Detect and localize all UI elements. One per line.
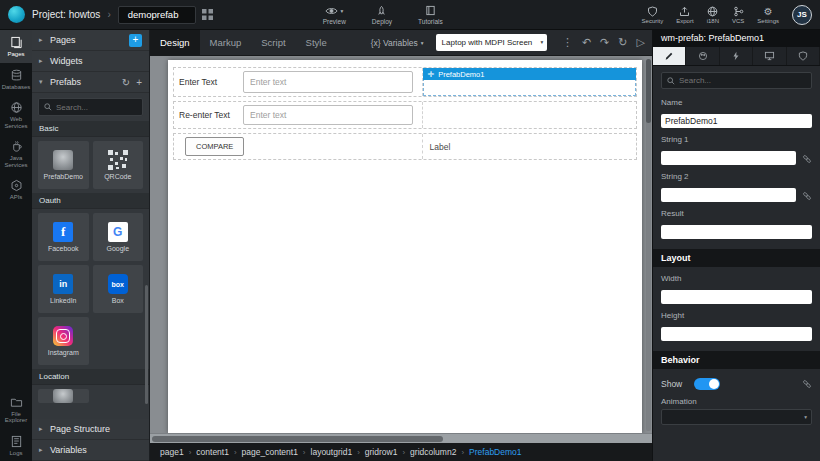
- tutorials-button[interactable]: Tutorials: [418, 5, 443, 25]
- move-icon: ✛: [427, 70, 434, 79]
- tab-design[interactable]: Design: [150, 30, 200, 55]
- breadcrumb-page-content1[interactable]: page_content1: [242, 447, 298, 457]
- form-field-reenter-text[interactable]: Re-enter Text: [174, 102, 423, 128]
- tab-properties[interactable]: [653, 47, 686, 65]
- breadcrumb-content1[interactable]: content1: [196, 447, 229, 457]
- prefab-tile-partial[interactable]: [38, 389, 89, 403]
- reenter-text-input[interactable]: [243, 105, 413, 125]
- tab-devices[interactable]: [753, 47, 786, 65]
- prefab-tile-facebook[interactable]: f Facebook: [38, 213, 89, 261]
- prefab-tile-google[interactable]: G Google: [93, 213, 144, 261]
- prefab-tile-box[interactable]: box Box: [93, 265, 144, 313]
- widget-selection-bar[interactable]: ✛ PrefabDemo1: [423, 68, 636, 80]
- canvas-horizontal-scrollbar[interactable]: [150, 433, 652, 443]
- prefab-search-input[interactable]: [56, 103, 137, 112]
- prefab-tile-instagram[interactable]: Instagram: [38, 317, 89, 365]
- enter-text-input[interactable]: [243, 71, 413, 93]
- height-field[interactable]: [661, 327, 812, 341]
- label-widget-cell[interactable]: Label: [423, 134, 636, 159]
- bind-link-icon[interactable]: [802, 154, 812, 164]
- undo-icon[interactable]: ↶: [582, 36, 591, 49]
- selected-prefab-widget[interactable]: ✛ PrefabDemo1: [423, 68, 636, 96]
- prefab-tile-qrcode[interactable]: QRCode: [93, 141, 144, 189]
- export-icon: [679, 6, 690, 17]
- breadcrumb-prefabdemo1[interactable]: PrefabDemo1: [469, 447, 521, 457]
- api-hexagon-icon: [10, 179, 23, 192]
- i18n-button[interactable]: i18N: [707, 6, 719, 24]
- tab-style[interactable]: Style: [296, 30, 337, 55]
- chevron-right-icon: ▸: [39, 446, 45, 454]
- preview-button[interactable]: ▾ Preview: [323, 5, 346, 25]
- properties-search-input[interactable]: [679, 76, 806, 85]
- name-field[interactable]: [661, 114, 812, 128]
- chevron-down-icon: ▾: [340, 8, 343, 14]
- security-shield-icon: [647, 6, 658, 17]
- bind-link-icon[interactable]: [802, 379, 812, 389]
- tab-events[interactable]: [720, 47, 753, 65]
- app-grid-icon[interactable]: [202, 9, 213, 20]
- user-avatar[interactable]: JS: [792, 5, 812, 25]
- wavemaker-logo-icon[interactable]: [8, 6, 25, 23]
- device-selector[interactable]: Laptop with MDPI Screen ▾: [436, 34, 548, 51]
- tab-script[interactable]: Script: [251, 30, 295, 55]
- prefab-tile-linkedin[interactable]: in LinkedIn: [38, 265, 89, 313]
- string1-field[interactable]: [661, 151, 796, 165]
- more-options-icon[interactable]: ⋮: [562, 36, 573, 49]
- rail-item-pages[interactable]: Pages: [0, 30, 32, 63]
- settings-button[interactable]: ⚙ Settings: [757, 6, 779, 24]
- tab-markup[interactable]: Markup: [200, 30, 252, 55]
- variables-dropdown[interactable]: {x} Variables ▾: [371, 38, 424, 48]
- redo-icon[interactable]: ↷: [600, 36, 609, 49]
- animation-select[interactable]: ▾: [661, 409, 812, 425]
- result-field[interactable]: [661, 225, 812, 239]
- rail-item-web-services[interactable]: Web Services: [0, 95, 32, 134]
- page-canvas[interactable]: Enter Text ✛ PrefabDemo1 Re-enter Text: [168, 60, 642, 433]
- empty-cell[interactable]: [423, 102, 636, 128]
- add-prefab-icon[interactable]: +: [136, 77, 142, 88]
- palette-scrollbar[interactable]: [145, 285, 148, 404]
- rail-item-apis[interactable]: APIs: [0, 173, 32, 206]
- breadcrumb-gridrow1[interactable]: gridrow1: [365, 447, 398, 457]
- instagram-icon: [53, 326, 73, 346]
- rail-item-databases[interactable]: Databases: [0, 63, 32, 96]
- variables-section-header[interactable]: ▸ Variables: [32, 440, 149, 461]
- form-field-enter-text[interactable]: Enter Text: [174, 68, 423, 96]
- bind-link-icon[interactable]: [802, 191, 812, 201]
- width-field[interactable]: [661, 290, 812, 304]
- deploy-button[interactable]: Deploy: [372, 5, 392, 25]
- export-button[interactable]: Export: [676, 6, 693, 24]
- string2-field[interactable]: [661, 188, 796, 202]
- prefab-tile-prefabdemo[interactable]: PrefabDemo: [38, 141, 89, 189]
- rail-item-logs[interactable]: Logs: [0, 429, 32, 461]
- refresh-prefabs-icon[interactable]: ↻: [122, 77, 130, 88]
- page-structure-section-header[interactable]: ▸ Page Structure: [32, 419, 149, 440]
- security-button[interactable]: Security: [642, 6, 664, 24]
- app-selector[interactable]: demoprefab: [118, 6, 196, 24]
- prefabs-section-header[interactable]: ▾ Prefabs ↻ +: [32, 72, 149, 93]
- project-name: Project: howtos: [32, 9, 100, 20]
- gear-icon: ⚙: [764, 6, 773, 17]
- refresh-canvas-icon[interactable]: ↻: [618, 36, 627, 49]
- chevron-down-icon: ▾: [421, 40, 424, 46]
- shield-icon: [798, 51, 808, 61]
- rail-item-file-explorer[interactable]: File Explorer: [0, 390, 32, 429]
- breadcrumb-layoutgrid1[interactable]: layoutgrid1: [311, 447, 353, 457]
- add-page-button[interactable]: +: [129, 34, 142, 47]
- breadcrumb-page1[interactable]: page1: [160, 447, 184, 457]
- app-name: demoprefab: [128, 9, 179, 20]
- horizontal-scroll-thumb[interactable]: [152, 436, 443, 442]
- vertical-scroll-thumb[interactable]: [646, 59, 651, 123]
- canvas-vertical-scrollbar[interactable]: [646, 59, 651, 431]
- group-location: Location: [32, 369, 149, 385]
- pages-section-header[interactable]: ▸ Pages +: [32, 30, 149, 51]
- widgets-section-header[interactable]: ▸ Widgets: [32, 51, 149, 72]
- compare-button[interactable]: COMPARE: [185, 137, 244, 156]
- breadcrumb-gridcolumn2[interactable]: gridcolumn2: [410, 447, 456, 457]
- folder-icon: [10, 396, 23, 409]
- vcs-button[interactable]: VCS: [732, 6, 744, 24]
- tab-security[interactable]: [787, 47, 820, 65]
- tab-styles[interactable]: [686, 47, 719, 65]
- run-preview-icon[interactable]: ▷: [637, 36, 645, 49]
- rail-item-java-services[interactable]: Java Services: [0, 134, 32, 173]
- show-toggle[interactable]: [694, 378, 720, 390]
